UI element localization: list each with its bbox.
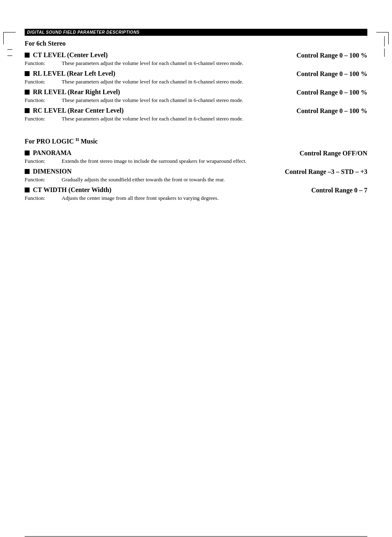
param-header-rc-level: RC LEVEL (Rear Center Level) Control Ran…: [25, 107, 367, 115]
param-range-rc-level: Control Range 0 – 100 %: [296, 107, 367, 115]
param-name-panorama: PANORAMA: [25, 149, 71, 157]
bullet-panorama: [25, 150, 30, 155]
param-range-rl-level: Control Range 0 – 100 %: [296, 70, 367, 78]
page: DIGITAL SOUND FIELD PARAMETER DESCRIPTIO…: [0, 29, 392, 537]
param-name-dimension: DIMENSION: [25, 168, 71, 175]
bullet-ct-width: [25, 187, 30, 192]
param-name-rc-level: RC LEVEL (Rear Center Level): [25, 107, 124, 114]
reg-mark-left-top: [7, 49, 12, 50]
param-header-dimension: DIMENSION Control Range –3 – STD – +3: [25, 168, 367, 176]
footer-line: [25, 536, 367, 537]
param-range-panorama: Control Range OFF/ON: [300, 150, 367, 157]
bullet-ct-level: [25, 53, 30, 58]
param-name-ct-level: CT LEVEL (Center Level): [25, 51, 108, 59]
param-name-rr-level: RR LEVEL (Rear Right Level): [25, 88, 120, 96]
corner-mark-tr: [376, 32, 389, 44]
spacer-1: [25, 125, 367, 134]
bullet-rl-level: [25, 71, 30, 76]
param-range-ct-level: Control Range 0 – 100 %: [296, 52, 367, 59]
param-function-panorama: Function: Extends the front stereo image…: [25, 158, 367, 164]
param-function-ct-width: Function: Adjusts the center image from …: [25, 195, 367, 201]
bullet-dimension: [25, 169, 30, 174]
header-text: DIGITAL SOUND FIELD PARAMETER DESCRIPTIO…: [27, 30, 140, 35]
param-function-rl-level: Function: These parameters adjust the vo…: [25, 79, 367, 85]
param-function-dimension: Function: Gradually adjusts the soundfie…: [25, 176, 367, 183]
param-function-ct-level: Function: These parameters adjust the vo…: [25, 60, 367, 67]
corner-mark-tl: [3, 32, 16, 44]
param-range-ct-width: Control Range 0 – 7: [311, 187, 367, 194]
param-function-rr-level: Function: These parameters adjust the vo…: [25, 97, 367, 104]
param-header-rl-level: RL LEVEL (Rear Left Level) Control Range…: [25, 70, 367, 78]
header-bar: DIGITAL SOUND FIELD PARAMETER DESCRIPTIO…: [25, 29, 367, 36]
section-title-pro-logic: For PRO LOGIC II Music: [25, 137, 367, 145]
bullet-rr-level: [25, 90, 30, 95]
param-block-dimension: DIMENSION Control Range –3 – STD – +3 Fu…: [25, 168, 367, 183]
reg-mark-right-bottom: [384, 49, 385, 57]
param-name-rl-level: RL LEVEL (Rear Left Level): [25, 70, 115, 77]
param-block-rc-level: RC LEVEL (Rear Center Level) Control Ran…: [25, 107, 367, 122]
reg-mark-left-bottom: [7, 56, 12, 56]
param-function-rc-level: Function: These parameters adjust the vo…: [25, 116, 367, 122]
param-range-dimension: Control Range –3 – STD – +3: [285, 168, 367, 176]
param-block-ct-width: CT WIDTH (Center Width) Control Range 0 …: [25, 186, 367, 201]
main-content: DIGITAL SOUND FIELD PARAMETER DESCRIPTIO…: [25, 29, 367, 201]
param-header-panorama: PANORAMA Control Range OFF/ON: [25, 149, 367, 157]
param-block-ct-level: CT LEVEL (Center Level) Control Range 0 …: [25, 51, 367, 67]
bullet-rc-level: [25, 108, 30, 113]
pro-logic-symbol: II: [76, 137, 79, 142]
reg-mark-right-top: [384, 36, 385, 46]
param-block-rl-level: RL LEVEL (Rear Left Level) Control Range…: [25, 70, 367, 85]
param-header-rr-level: RR LEVEL (Rear Right Level) Control Rang…: [25, 88, 367, 96]
param-block-panorama: PANORAMA Control Range OFF/ON Function: …: [25, 149, 367, 164]
param-name-ct-width: CT WIDTH (Center Width): [25, 186, 111, 194]
param-header-ct-level: CT LEVEL (Center Level) Control Range 0 …: [25, 51, 367, 59]
section-title-6ch: For 6ch Stereo: [25, 40, 367, 47]
param-range-rr-level: Control Range 0 – 100 %: [296, 89, 367, 96]
param-block-rr-level: RR LEVEL (Rear Right Level) Control Rang…: [25, 88, 367, 104]
param-header-ct-width: CT WIDTH (Center Width) Control Range 0 …: [25, 186, 367, 194]
